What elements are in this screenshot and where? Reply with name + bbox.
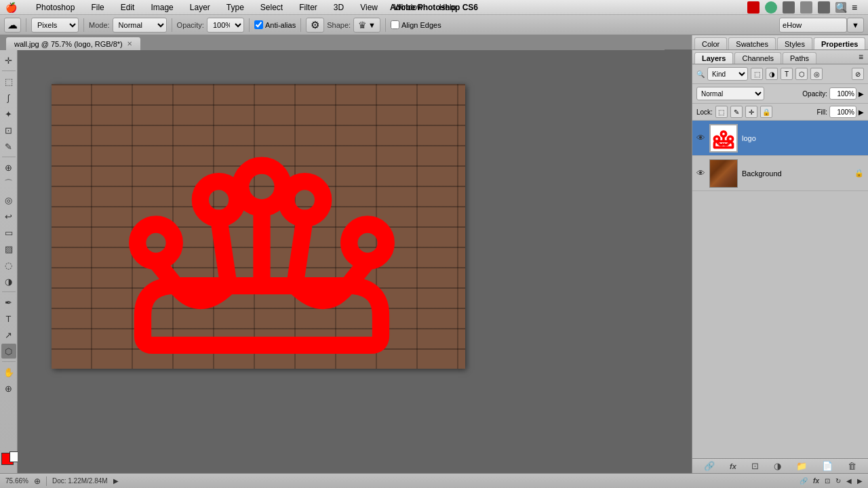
status-fx-icon[interactable]: fx <box>813 477 819 485</box>
status-mask-icon[interactable]: ⊡ <box>825 477 830 485</box>
lock-paint-btn[interactable]: ✎ <box>730 106 743 118</box>
kind-select[interactable]: Kind <box>707 67 748 81</box>
menu-file[interactable]: File <box>88 1 106 14</box>
menu-photoshop[interactable]: Photoshop <box>33 1 77 14</box>
layer-folder-btn[interactable]: 📁 <box>796 461 807 471</box>
lasso-tool[interactable]: ∫ <box>1 90 16 105</box>
quick-select-tool[interactable]: ✦ <box>1 106 16 121</box>
layer-mask-btn[interactable]: ⊡ <box>751 461 759 471</box>
layer-logo-visibility[interactable]: 👁 <box>696 133 705 143</box>
spot-heal-tool[interactable]: ⊕ <box>1 160 16 175</box>
eraser-tool[interactable]: ▭ <box>1 225 16 240</box>
svg-line-15 <box>728 141 730 144</box>
menu-select[interactable]: Select <box>258 1 285 14</box>
filter-shape-btn[interactable]: ⬡ <box>795 68 808 80</box>
layer-background[interactable]: 👁 Background 🔒 <box>692 156 868 191</box>
menu-edit[interactable]: Edit <box>118 1 138 14</box>
sub-tab-paths[interactable]: Paths <box>783 52 816 64</box>
hand-tool[interactable]: ✋ <box>1 365 16 380</box>
path-selection-tool[interactable]: ↗ <box>1 327 16 342</box>
pen-tool[interactable]: ✒ <box>1 295 16 310</box>
panel-sub-tabs: Layers Channels Paths ≡ <box>692 50 868 64</box>
dodge-tool[interactable]: ◑ <box>1 274 16 289</box>
tab-spacer <box>665 35 692 50</box>
menu-3d[interactable]: 3D <box>331 1 347 14</box>
tab-close-btn[interactable]: ✕ <box>127 40 132 47</box>
layer-background-visibility[interactable]: 👁 <box>696 168 705 178</box>
gradient-tool[interactable]: ▨ <box>1 241 16 256</box>
layers-panel-options-btn[interactable]: ≡ <box>856 52 866 64</box>
shape-selector-btn[interactable]: ♛ ▼ <box>353 18 380 33</box>
pixels-select[interactable]: Pixels <box>31 18 79 33</box>
menu-view[interactable]: View <box>357 1 380 14</box>
status-link-icon[interactable]: 🔗 <box>800 477 808 485</box>
zoom-tool[interactable]: ⊕ <box>1 381 16 396</box>
new-layer-btn[interactable]: 📄 <box>822 461 833 471</box>
clone-stamp-tool[interactable]: ◎ <box>1 192 16 207</box>
menubar-icon-3 <box>783 1 795 14</box>
search-dropdown-btn[interactable]: ▼ <box>847 18 864 33</box>
status-next-icon[interactable]: ▶ <box>857 477 863 485</box>
search-icon[interactable]: 🔍 <box>835 2 846 13</box>
toolbar-sep-4 <box>249 18 250 32</box>
tab-swatches[interactable]: Swatches <box>728 37 776 49</box>
lock-all-btn[interactable]: 🔒 <box>760 106 772 118</box>
filter-pixel-btn[interactable]: ⬚ <box>751 68 763 80</box>
status-prev-icon[interactable]: ◀ <box>846 477 852 485</box>
delete-layer-btn[interactable]: 🗑 <box>848 461 856 471</box>
filter-smart-btn[interactable]: ◎ <box>810 68 823 80</box>
opacity-arrow[interactable]: ▶ <box>859 90 864 98</box>
menu-type[interactable]: Type <box>224 1 247 14</box>
text-tool[interactable]: T <box>1 311 16 326</box>
menu-layer[interactable]: Layer <box>187 1 213 14</box>
brush-tool[interactable]: ⌒ <box>1 176 16 191</box>
opacity-select[interactable]: 100% <box>207 18 244 33</box>
lock-transparent-btn[interactable]: ⬚ <box>715 106 728 118</box>
filter-type-btn[interactable]: T <box>781 68 793 80</box>
layer-fx-btn[interactable]: fx <box>730 462 736 470</box>
menu-image[interactable]: Image <box>148 1 176 14</box>
rectangular-marquee-tool[interactable]: ⬚ <box>1 74 16 89</box>
shape-dropdown-arrow: ▼ <box>368 21 376 29</box>
layer-logo[interactable]: 👁 <box>692 121 868 156</box>
blur-tool[interactable]: ◌ <box>1 258 16 272</box>
layer-background-lock: 🔒 <box>854 169 864 178</box>
status-rotation-icon[interactable]: ↻ <box>835 477 841 485</box>
layers-list: 👁 <box>692 121 868 458</box>
menubar-icon-5 <box>818 1 830 14</box>
search-input[interactable] <box>779 18 847 33</box>
filter-adjustment-btn[interactable]: ◑ <box>766 68 778 80</box>
sub-tab-layers[interactable]: Layers <box>694 52 733 64</box>
fill-arrow[interactable]: ▶ <box>859 108 864 116</box>
fill-input[interactable] <box>829 106 856 118</box>
filter-toggle-btn[interactable]: ⊘ <box>852 68 864 80</box>
anti-alias-container: Anti-alias <box>254 20 296 29</box>
options-icon[interactable]: ≡ <box>852 2 863 13</box>
move-tool[interactable]: ✛ <box>1 53 16 68</box>
sub-tab-channels[interactable]: Channels <box>734 52 781 64</box>
layer-adjustment-btn[interactable]: ◑ <box>774 461 781 471</box>
tab-styles[interactable]: Styles <box>777 37 812 49</box>
document-tab[interactable]: wall.jpg @ 75.7% (logo, RGB/8*) ✕ <box>5 37 141 50</box>
tab-color[interactable]: Color <box>694 37 727 49</box>
tool-icon-btn[interactable]: ☁ <box>4 18 21 33</box>
layer-link-btn[interactable]: 🔗 <box>704 461 715 471</box>
lock-position-btn[interactable]: ✛ <box>745 106 757 118</box>
opacity-input[interactable] <box>829 87 856 100</box>
doc-info-expand[interactable]: ▶ <box>113 477 119 485</box>
menubar: 🍎 Photoshop File Edit Image Layer Type S… <box>0 0 868 15</box>
history-brush-tool[interactable]: ↩ <box>1 209 16 224</box>
eyedropper-tool[interactable]: ✎ <box>1 139 16 154</box>
anti-alias-checkbox[interactable] <box>254 20 263 29</box>
align-edges-checkbox[interactable] <box>391 20 399 29</box>
crop-tool[interactable]: ⊡ <box>1 123 16 138</box>
zoom-btn[interactable]: ⊕ <box>34 476 41 486</box>
toolbar-sep-5 <box>300 18 301 32</box>
mode-select[interactable]: Normal <box>113 18 167 33</box>
geometry-options-btn[interactable]: ⚙ <box>306 18 324 33</box>
menu-filter[interactable]: Filter <box>296 1 320 14</box>
tab-properties[interactable]: Properties <box>814 37 865 49</box>
apple-menu[interactable]: 🍎 <box>5 2 17 13</box>
blend-mode-select[interactable]: Normal <box>696 87 764 100</box>
shape-tool[interactable]: ⬡ <box>1 344 16 359</box>
